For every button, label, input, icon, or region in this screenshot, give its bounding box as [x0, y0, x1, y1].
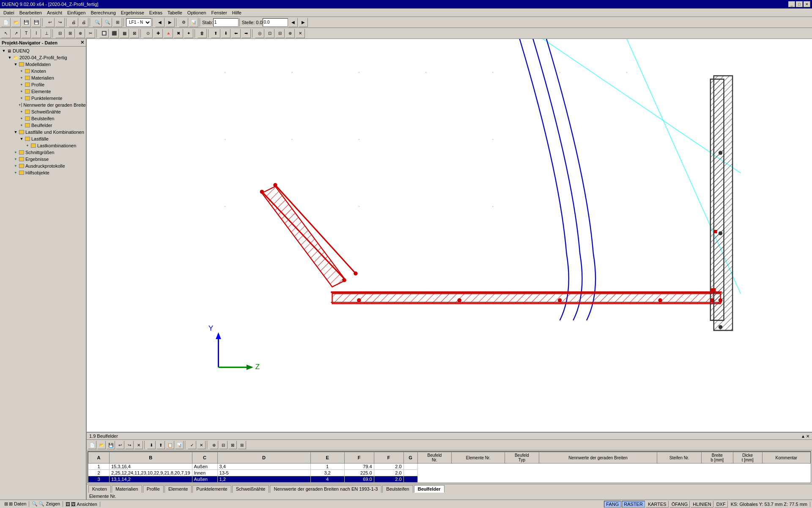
- toggle-hilfsobjekte[interactable]: +: [13, 170, 19, 176]
- status-daten[interactable]: ⊞ ⊞ Daten: [2, 501, 29, 507]
- pt-delete[interactable]: ✕: [134, 441, 143, 449]
- zoom-fit-button[interactable]: ⊞: [113, 18, 122, 27]
- toggle-ausdruckprotokolle[interactable]: +: [13, 163, 19, 169]
- tree-lastkombi[interactable]: + Lastkombinationen: [1, 142, 85, 149]
- tool-8[interactable]: ⊕: [76, 29, 85, 38]
- pt-undo[interactable]: ↩: [116, 441, 124, 449]
- menu-extras[interactable]: Extras: [147, 9, 165, 16]
- fang-button[interactable]: FANG: [604, 501, 621, 508]
- tree-lastfaelle[interactable]: ▼ Lastfälle: [1, 135, 85, 142]
- calc-button[interactable]: ⚙: [179, 18, 188, 27]
- pt-misc2[interactable]: ⊟: [219, 441, 228, 449]
- extra-tool-2[interactable]: ⬇: [221, 29, 230, 38]
- toggle-lastkombi[interactable]: +: [25, 143, 30, 149]
- tool-5[interactable]: ⊥: [42, 29, 51, 38]
- toggle-beulsteifen[interactable]: +: [19, 116, 25, 121]
- toggle-lastfaelle[interactable]: ▼: [19, 136, 25, 142]
- panel-close-button[interactable]: ✕: [806, 434, 809, 439]
- tab-elemente[interactable]: Elemente: [165, 485, 192, 493]
- tree-profile[interactable]: + Profile: [1, 81, 85, 88]
- toggle-profile[interactable]: +: [19, 82, 25, 88]
- pt-check[interactable]: ✓: [188, 441, 196, 449]
- zoom-out-button[interactable]: 🔍: [103, 18, 112, 27]
- tool-3[interactable]: T: [22, 29, 31, 38]
- snap-tool-5[interactable]: ✦: [184, 29, 193, 38]
- pt-new[interactable]: 📄: [88, 441, 96, 449]
- tab-punktelemente[interactable]: Punktelemente: [192, 485, 231, 493]
- toggle-elemente[interactable]: +: [19, 88, 25, 94]
- tab-nennwerte[interactable]: Nennwerte der geraden Breiten nach EN 19…: [270, 485, 381, 493]
- menu-optionen[interactable]: Optionen: [185, 9, 209, 16]
- minimize-button[interactable]: _: [788, 1, 795, 7]
- print-prev-button[interactable]: 🖨: [79, 18, 88, 27]
- restore-button[interactable]: □: [796, 1, 803, 7]
- tab-materialien[interactable]: Materialien: [112, 485, 142, 493]
- pt-open[interactable]: 📂: [97, 441, 106, 449]
- tree-ausdruckprotokolle[interactable]: + Ausdruckprotokolle: [1, 163, 85, 169]
- pt-tool2[interactable]: 📊: [175, 441, 184, 449]
- navigator-close[interactable]: ✕: [80, 40, 84, 45]
- tool-4[interactable]: I: [32, 29, 41, 38]
- delete-button[interactable]: 🗑: [198, 29, 207, 38]
- menu-berechnung[interactable]: Berechnung: [88, 9, 118, 16]
- toggle-schweissnaehte[interactable]: +: [19, 109, 25, 115]
- menu-datei[interactable]: Datei: [1, 9, 17, 16]
- tree-beulsteifen[interactable]: + Beulsteifen: [1, 115, 85, 122]
- tree-schnittgroessen[interactable]: + Schnittgrößen: [1, 149, 85, 156]
- pt-misc1[interactable]: ⊕: [210, 441, 218, 449]
- view-tool-2[interactable]: ⬛: [110, 29, 119, 38]
- extra-tool-1[interactable]: ⬆: [211, 29, 220, 38]
- snap-tool-2[interactable]: ✚: [154, 29, 163, 38]
- tree-schweissnaehte[interactable]: + Schweißnähte: [1, 108, 85, 115]
- toggle-modelldaten[interactable]: ▼: [13, 61, 19, 67]
- menu-tabelle[interactable]: Tabelle: [165, 9, 185, 16]
- status-ansichten[interactable]: 🖼 🖼 Ansichten: [63, 502, 100, 507]
- toggle-punktelemente[interactable]: +: [19, 95, 25, 101]
- tool-7[interactable]: ⊞: [66, 29, 75, 38]
- pt-misc4[interactable]: ⊞: [238, 441, 246, 449]
- misc-tool-4[interactable]: ⊕: [285, 29, 295, 38]
- raster-button[interactable]: RASTER: [622, 501, 645, 508]
- misc-tool-3[interactable]: ⊟: [275, 29, 285, 38]
- tree-nennwerte[interactable]: + Nennwerte der geraden Breiten: [1, 102, 85, 108]
- table-row[interactable]: 1 15,3,16,4 Außen 3,4 1 79.4 2.0: [88, 464, 811, 470]
- hlinien-button[interactable]: HLINIEN: [691, 501, 713, 508]
- view-tool-3[interactable]: ▦: [120, 29, 129, 38]
- prev-button[interactable]: ◀: [155, 18, 165, 27]
- stelle-next[interactable]: ▶: [299, 18, 308, 27]
- tool-9[interactable]: ✂: [86, 29, 95, 38]
- tab-schweissnaehte[interactable]: Schweißnähte: [232, 485, 269, 493]
- status-zeigen[interactable]: 🔍 🔍 Zeigen: [29, 501, 63, 507]
- menu-bearbeiten[interactable]: Bearbeiten: [17, 9, 44, 16]
- close-button[interactable]: ✕: [804, 1, 810, 7]
- redo-button[interactable]: ↪: [55, 18, 65, 27]
- misc-tool-5[interactable]: ✕: [296, 29, 305, 38]
- pt-tool1[interactable]: 📋: [166, 441, 174, 449]
- snap-tool-3[interactable]: 🔺: [164, 29, 173, 38]
- toggle-schnittgroessen[interactable]: +: [13, 149, 19, 155]
- toggle-beulfelder[interactable]: +: [19, 122, 25, 128]
- tree-ergebnisse[interactable]: + Ergebnisse: [1, 156, 85, 163]
- menu-hilfe[interactable]: Hilfe: [230, 9, 244, 16]
- extra-tool-4[interactable]: ➡: [241, 29, 251, 38]
- zoom-in-button[interactable]: 🔍: [93, 18, 102, 27]
- tab-knoten[interactable]: Knoten: [88, 485, 111, 493]
- undo-button[interactable]: ↩: [45, 18, 55, 27]
- loadcase-selector[interactable]: LF1 - N: [126, 18, 151, 27]
- tab-beulfelder[interactable]: Beulfelder: [414, 485, 444, 493]
- toggle-nennwerte[interactable]: +: [19, 102, 21, 108]
- kartes-button[interactable]: KARTES: [646, 501, 669, 508]
- save-button[interactable]: 💾: [22, 18, 31, 27]
- tree-lastfaelle-combo[interactable]: ▼ Lastfälle und Kombinationen: [1, 129, 85, 135]
- view-tool-1[interactable]: 🔲: [99, 29, 109, 38]
- table-row[interactable]: 2 2,25,12,24,11,23,10,22,9,21,8,20,7,19 …: [88, 470, 811, 476]
- stab-input[interactable]: [213, 18, 239, 27]
- toggle-materialien[interactable]: +: [19, 75, 25, 81]
- tab-beulsteifen[interactable]: Beulsteifen: [382, 485, 413, 493]
- pt-save[interactable]: 💾: [107, 441, 115, 449]
- snap-tool-1[interactable]: ⊙: [143, 29, 153, 38]
- tree-root-duenq[interactable]: ▼ 🖥 DUENQ: [1, 47, 85, 54]
- toggle-duenq[interactable]: ▼: [1, 48, 7, 54]
- tree-elemente[interactable]: + Elemente: [1, 88, 85, 95]
- menu-ergebnisse[interactable]: Ergebnisse: [118, 9, 147, 16]
